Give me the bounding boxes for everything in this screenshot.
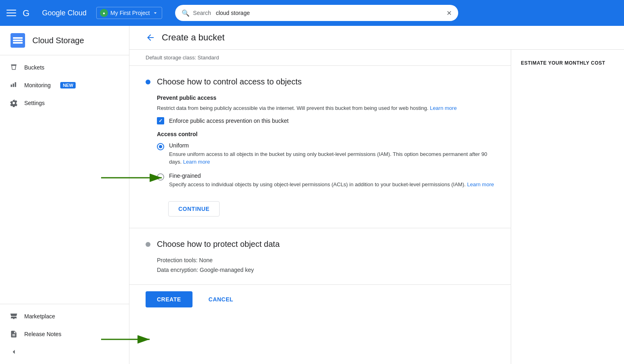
- main-scroll: Default storage class: Standard Choose h…: [129, 50, 511, 364]
- fine-grained-radio-option: Fine-grained Specify access to individua…: [157, 173, 495, 189]
- fine-grained-radio-button[interactable]: [157, 173, 164, 181]
- sidebar-item-marketplace[interactable]: Marketplace: [0, 307, 129, 325]
- main-layout: Cloud Storage Buckets Monitoring NEW: [0, 26, 624, 364]
- continue-button[interactable]: CONTINUE: [168, 201, 220, 217]
- uniform-label: Uniform: [169, 142, 495, 149]
- prevent-public-desc: Restrict data from being publicly access…: [157, 104, 495, 112]
- protection-tools-text: Protection tools: None: [157, 257, 495, 263]
- uniform-learn-more-link[interactable]: Learn more: [183, 159, 210, 165]
- sidebar-nav: Buckets Monitoring NEW Settings: [0, 55, 129, 183]
- fine-grained-desc: Specify access to individual objects by …: [169, 181, 494, 189]
- search-label: Search: [193, 10, 211, 16]
- right-panel: ESTIMATE YOUR MONTHLY COST: [511, 50, 624, 364]
- section-protect-title: Choose how to protect object data: [157, 240, 280, 249]
- google-cloud-logo: G Google Cloud: [23, 5, 87, 21]
- prevent-public-title: Prevent public access: [157, 95, 495, 101]
- search-clear-icon[interactable]: ✕: [446, 9, 452, 17]
- svg-rect-0: [6, 10, 16, 11]
- sidebar-collapse-button[interactable]: [0, 343, 129, 361]
- access-control-title: Access control: [157, 131, 495, 137]
- prevent-public-learn-more-link[interactable]: Learn more: [430, 105, 457, 111]
- section-access-control: Choose how to control access to objects …: [129, 66, 511, 228]
- section-access-title: Choose how to control access to objects: [157, 77, 302, 86]
- page-title: Create a bucket: [162, 32, 224, 43]
- topbar: G Google Cloud ● My First Project 🔍 Sear…: [0, 0, 624, 26]
- project-label: My First Project: [110, 10, 150, 16]
- sidebar-item-buckets-label: Buckets: [24, 64, 44, 71]
- project-selector[interactable]: ● My First Project: [96, 7, 162, 19]
- svg-text:G: G: [23, 8, 30, 18]
- svg-rect-5: [13, 37, 23, 39]
- main-content-wrapper: Create a bucket Default storage class: S…: [129, 26, 624, 364]
- svg-rect-6: [13, 40, 23, 41]
- settings-icon: [10, 99, 18, 107]
- fine-grained-content: Fine-grained Specify access to individua…: [169, 173, 494, 189]
- sidebar-item-monitoring-label: Monitoring: [24, 82, 51, 88]
- section-protect-header: Choose how to protect object data: [146, 240, 495, 249]
- monitoring-icon: [10, 81, 18, 89]
- search-icon: 🔍: [182, 9, 190, 17]
- menu-icon[interactable]: [6, 8, 16, 18]
- scrolled-info: Default storage class: Standard: [129, 50, 511, 66]
- release-notes-icon: [10, 330, 18, 338]
- section-bullet-inactive: [146, 242, 150, 247]
- sidebar-bottom: Marketplace Release Notes: [0, 304, 129, 364]
- search-bar[interactable]: 🔍 Search ✕: [175, 5, 458, 21]
- marketplace-icon: [10, 312, 18, 320]
- cloud-storage-icon: [10, 32, 26, 48]
- uniform-desc: Ensure uniform access to all objects in …: [169, 150, 495, 166]
- section-header: Choose how to control access to objects: [146, 77, 495, 86]
- estimate-title: ESTIMATE YOUR MONTHLY COST: [521, 60, 605, 66]
- sidebar-item-settings-label: Settings: [24, 100, 45, 106]
- sidebar: Cloud Storage Buckets Monitoring NEW: [0, 26, 129, 364]
- protect-details: Protection tools: None Data encryption: …: [157, 257, 495, 273]
- svg-rect-1: [6, 13, 16, 13]
- section-protect-data: Choose how to protect object data Protec…: [129, 228, 511, 284]
- sidebar-item-buckets[interactable]: Buckets: [0, 59, 129, 76]
- fine-grained-learn-more-link[interactable]: Learn more: [467, 181, 494, 187]
- svg-rect-2: [6, 15, 16, 16]
- uniform-radio-button[interactable]: [157, 143, 164, 150]
- bottom-action-bar: CREATE CANCEL: [129, 284, 511, 314]
- fine-grained-label: Fine-grained: [169, 173, 494, 179]
- enforce-public-access-checkbox[interactable]: [157, 117, 164, 124]
- prevent-public-section: Prevent public access Restrict data from…: [157, 95, 495, 217]
- sidebar-item-marketplace-label: Marketplace: [24, 313, 55, 320]
- sidebar-item-release-notes-label: Release Notes: [24, 331, 61, 337]
- sidebar-header: Cloud Storage: [0, 26, 129, 55]
- enforce-public-access-row: Enforce public access prevention on this…: [157, 117, 495, 124]
- back-button[interactable]: [146, 33, 155, 42]
- sidebar-item-release-notes[interactable]: Release Notes: [0, 325, 129, 343]
- project-icon: ●: [100, 9, 108, 17]
- data-encryption-text: Data encryption: Google-managed key: [157, 267, 495, 273]
- svg-rect-8: [11, 65, 16, 66]
- content-area: Default storage class: Standard Choose h…: [129, 50, 624, 364]
- sidebar-item-monitoring[interactable]: Monitoring NEW: [0, 76, 129, 94]
- collapse-icon: [10, 348, 18, 356]
- bucket-icon: [10, 63, 18, 72]
- cancel-button[interactable]: CANCEL: [199, 291, 243, 307]
- uniform-radio-option: Uniform Ensure uniform access to all obj…: [157, 142, 495, 166]
- search-input[interactable]: [216, 10, 444, 16]
- section-bullet-active: [146, 80, 150, 84]
- create-button[interactable]: CREATE: [146, 291, 192, 307]
- sidebar-item-settings[interactable]: Settings: [0, 94, 129, 112]
- enforce-checkbox-label: Enforce public access prevention on this…: [169, 118, 289, 124]
- logo-text: Google Cloud: [42, 9, 87, 17]
- sidebar-title: Cloud Storage: [32, 36, 84, 45]
- scrolled-info-text: Default storage class: Standard: [146, 55, 219, 61]
- monitoring-badge: NEW: [60, 82, 76, 88]
- svg-rect-7: [13, 42, 23, 44]
- uniform-content: Uniform Ensure uniform access to all obj…: [169, 142, 495, 166]
- page-header: Create a bucket: [129, 26, 624, 50]
